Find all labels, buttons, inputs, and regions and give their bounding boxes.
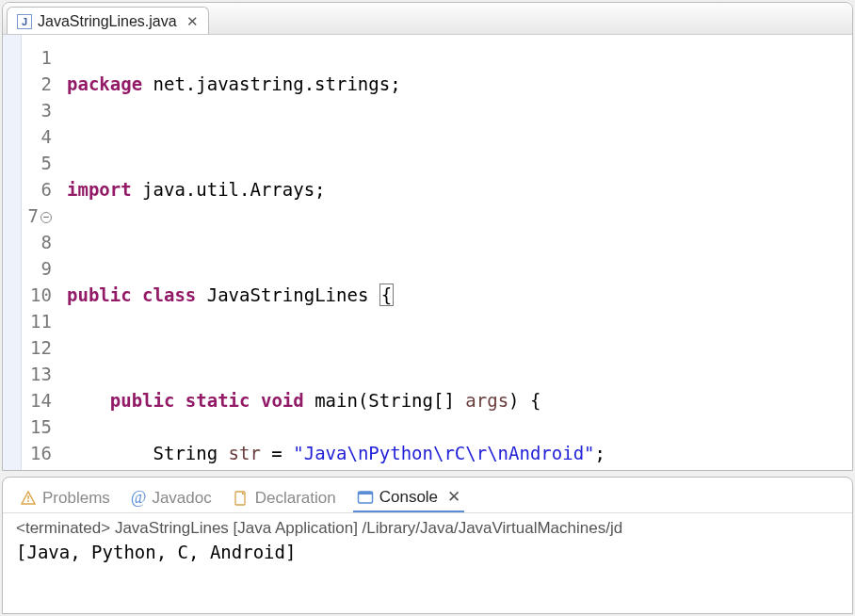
- keyword: import: [67, 179, 132, 200]
- variable: str: [229, 443, 261, 463]
- matched-brace: {: [379, 284, 394, 306]
- line-number: 3: [22, 97, 52, 123]
- line-number: 13: [22, 361, 52, 387]
- console-output[interactable]: [Java, Python, C, Android]: [3, 540, 852, 564]
- line-number: 16: [22, 440, 52, 466]
- tab-declaration[interactable]: Declaration: [229, 485, 340, 511]
- keyword: class: [142, 284, 196, 305]
- svg-point-0: [27, 500, 29, 502]
- line-number: 2: [22, 71, 52, 97]
- tab-label: Problems: [42, 489, 110, 508]
- line-number: 7−: [22, 203, 52, 229]
- editor-pane: J JavaStringLines.java ✕ 1234567−8910111…: [2, 2, 853, 471]
- declaration-icon: [233, 490, 250, 507]
- editor-tab-filename: JavaStringLines.java: [38, 13, 177, 30]
- line-number: 8: [22, 229, 52, 255]
- line-number: 10: [22, 282, 52, 308]
- keyword: static: [186, 390, 250, 411]
- fold-toggle-icon[interactable]: −: [40, 212, 52, 223]
- problems-icon: [20, 490, 37, 507]
- line-number: 15: [22, 413, 52, 440]
- line-number: 11: [22, 308, 52, 334]
- code-text: ) {: [508, 390, 540, 411]
- tab-javadoc[interactable]: @ Javadoc: [127, 484, 216, 511]
- code-text: java.util.Arrays;: [132, 179, 326, 200]
- tab-label: Declaration: [255, 489, 336, 508]
- method-sig: main(String[]: [304, 390, 466, 411]
- editor-tab-active[interactable]: J JavaStringLines.java ✕: [7, 7, 209, 34]
- keyword: public: [110, 390, 175, 411]
- indent: [67, 390, 110, 411]
- line-number: 6: [22, 176, 52, 203]
- code-text: ;: [595, 443, 605, 463]
- line-number: 12: [22, 334, 52, 361]
- class-name: JavaStringLines: [196, 284, 379, 305]
- line-number: 1: [22, 44, 52, 71]
- line-number-gutter: 1234567−8910111213141516: [22, 35, 59, 470]
- close-icon[interactable]: ✕: [183, 13, 199, 30]
- marker-strip: [3, 35, 22, 470]
- line-number: 14: [22, 387, 52, 413]
- tab-console[interactable]: Console ✕: [353, 483, 464, 512]
- keyword: void: [261, 390, 304, 411]
- javadoc-icon: @: [131, 488, 147, 508]
- svg-rect-1: [27, 495, 28, 499]
- bottom-pane: Problems @ Javadoc Declaration Console ✕…: [2, 477, 853, 614]
- bottom-view-tabs: Problems @ Javadoc Declaration Console ✕: [3, 478, 852, 513]
- keyword: package: [67, 73, 142, 94]
- param: args: [465, 390, 508, 411]
- code-text: String: [153, 443, 229, 463]
- editor-tab-bar: J JavaStringLines.java ✕: [3, 3, 852, 35]
- close-icon[interactable]: ✕: [444, 487, 460, 507]
- source-code[interactable]: package net.javastring.strings; import j…: [59, 35, 852, 470]
- code-text: =: [261, 443, 293, 463]
- tab-label: Javadoc: [152, 489, 211, 508]
- tab-problems[interactable]: Problems: [16, 485, 114, 511]
- line-number: 4: [22, 123, 52, 150]
- line-number: 5: [22, 150, 52, 176]
- line-number: 9: [22, 255, 52, 282]
- code-text: net.javastring.strings;: [142, 73, 401, 94]
- indent: [67, 443, 153, 463]
- code-area: 1234567−8910111213141516 package net.jav…: [3, 35, 852, 470]
- console-launch-info: <terminated> JavaStringLines [Java Appli…: [3, 513, 852, 540]
- string-literal: "Java\nPython\rC\r\nAndroid": [293, 443, 594, 463]
- svg-rect-4: [358, 492, 372, 494]
- tab-label: Console: [379, 488, 438, 507]
- keyword: public: [67, 284, 132, 305]
- console-icon: [357, 489, 374, 506]
- java-file-icon: J: [17, 14, 32, 29]
